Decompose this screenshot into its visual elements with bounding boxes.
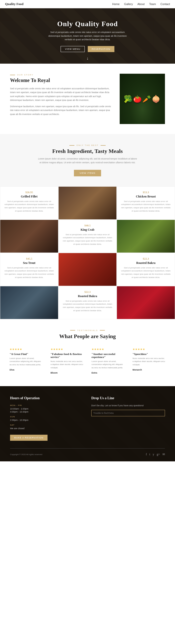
testimonial-4-stars: ★★★★★ [133,348,165,351]
food-name-kingcrab: King Crab [63,228,112,232]
nav-home[interactable]: Home [112,3,119,6]
testimonial-2-quote: "Fabulous food & flawless service" [51,352,83,358]
footer-hours-mon-fri: MON - FRI 10:00am - 1:00pm 4:00pm - 10:3… [10,404,84,413]
testimonial-1: ★★★★★ "A Great Find" Lorem ipsum dolor s… [8,346,45,376]
lobster-image [59,253,116,286]
food-desc-grilled: Sed ut perspiciatis unde omnis iste natu… [4,200,54,213]
testimonial-1-stars: ★★★★★ [10,348,42,351]
view-items-button[interactable]: VIEW ITEMS [74,170,101,176]
testimonial-4: ★★★★★ "Speechless" Nunc molestie arcu ne… [130,346,167,376]
hero-subtitle: Sed ut perspiciatis unde omnis iste natu… [47,30,128,41]
food-image-fish [0,286,58,319]
footer-social: f t y g+ ✉ [146,453,165,456]
footer-hours-title: Hours of Operation [10,396,84,400]
food-item-chicken: $53.3 Chicken Breast Sed ut perspiciatis… [117,186,175,220]
testimonial-2-author: Bloom [51,372,83,374]
scroll-down-icon: ↓ [86,56,89,61]
testimonials-grid: ★★★★★ "A Great Find" Lorem ipsum dolor s… [8,346,167,376]
view-menu-button[interactable]: VIEW MENU [61,46,84,52]
testimonial-4-text: Nunc molestie arcu nec arcu auctor, a da… [133,357,165,367]
footer: Hours of Operation MON - FRI 10:00am - 1… [0,386,175,461]
nav-about[interactable]: About [137,3,145,6]
about-image [120,74,165,124]
bread-image [59,187,116,219]
food-price-kingcrab: $40.5 [63,224,112,227]
testimonial-3-author: Extra [92,372,124,374]
food-name-chicken: Chicken Breast [121,195,171,198]
nav-gallery[interactable]: Gallery [124,3,133,6]
food-desc-seatrout: Sed ut perspiciatis unde omnis iste natu… [4,266,54,279]
fish-image [0,286,58,319]
about-title: Welcome To Royal [10,77,112,83]
footer-hours-time1: 10:00am - 1:00pm [10,408,84,410]
nav-links: Home Gallery About Team Contact [112,3,170,6]
testimonial-1-quote: "A Great Find" [10,352,42,355]
footer-hours-sat-time: We are closed [10,427,84,430]
footer-hours-label-sat: SAT [10,424,84,426]
footer-drop-desc: Don't be shy. Let us know if you have an… [91,404,165,407]
social-google[interactable]: g+ [157,453,160,456]
footer-columns: Hours of Operation MON - FRI 10:00am - 1… [10,396,165,441]
about-paragraph-2: Doloremque laudantium, totam rem aperiam… [10,105,112,116]
testimonial-3-text: Lorem ipsum dolor sit amet, consectetur … [92,360,124,370]
fresh-description: Lorem ipsum dolor sit amet, consectetur … [37,157,138,165]
food-price-chicken: $53.3 [121,191,171,194]
testimonial-2-stars: ★★★★★ [51,348,83,351]
food-name-grilled: Grilled Fillet [4,195,54,198]
about-text: OUR STORY Welcome To Royal Sed ut perspi… [10,74,112,119]
testimonials-label: TESTIMONIALS [8,329,167,332]
testimonials-title: What People are Saying [8,333,167,340]
food-item-roasted1: $22.3 Roasted Bakra Sed ut perspiciatis … [117,253,175,286]
food-item-seatrout: $45.5 Sea Trout Sed ut perspiciatis unde… [0,253,58,286]
footer-drop-title: Drop Us a Line [91,396,165,400]
nav-logo: Quality Food [5,2,23,6]
food-image-lobster [58,253,117,286]
about-image-box [120,74,165,124]
about-label: OUR STORY [10,74,112,76]
nav-contact[interactable]: Contact [160,3,170,6]
footer-contact-col: Drop Us a Line Don't be shy. Let us know… [91,396,165,441]
salad-image [117,220,175,253]
pomegranate-image [117,286,175,319]
footer-hours-sun: SUN 2:00pm - 10:30pm [10,416,84,421]
nav-team[interactable]: Team [149,3,156,6]
veggie-basket-image [120,74,165,124]
food-name-roasted2: Roasted Bakra [63,294,112,298]
testimonial-3-quote: "Another successful experience" [92,352,124,358]
footer-reserve-button[interactable]: MAKE A RESERVATION [10,435,48,441]
food-desc-roasted1: Sed ut perspiciatis unde omnis iste natu… [121,266,171,279]
footer-email-input[interactable] [91,410,165,416]
fresh-label: ONLY THE BEST [10,144,165,146]
about-paragraph-1: Sed ut perspiciatis unde omnis iste natu… [10,87,112,102]
social-email[interactable]: ✉ [162,453,165,456]
food-name-seatrout: Sea Trout [4,261,54,265]
footer-hours-sat: SAT We are closed [10,424,84,430]
footer-hours-label-sun: SUN [10,416,84,418]
hero-title: Only Quality Food [57,20,118,28]
food-desc-chicken: Sed ut perspiciatis unde omnis iste natu… [121,200,171,213]
testimonials-section: TESTIMONIALS What People are Saying ★★★★… [0,319,175,386]
footer-hours-time2: 4:00pm - 10:30pm [10,411,84,413]
navbar: Quality Food Home Gallery About Team Con… [0,0,175,8]
footer-hours-col: Hours of Operation MON - FRI 10:00am - 1… [10,396,84,441]
food-name-roasted1: Roasted Bakra [121,261,171,265]
testimonial-2-text: Nunc molestie arcu nec arcu auctor, a da… [51,360,83,370]
about-section: OUR STORY Welcome To Royal Sed ut perspi… [0,64,175,134]
food-price-seatrout: $45.5 [4,257,54,260]
social-youtube[interactable]: y [153,453,154,456]
food-image-pomegranate [117,286,175,319]
testimonial-3: ★★★★★ "Another successful experience" Lo… [90,346,126,376]
hero-buttons: VIEW MENU RESERVATION [61,46,114,52]
reservation-button[interactable]: RESERVATION [88,46,114,52]
testimonial-4-quote: "Speechless" [133,352,165,355]
hero-section: Only Quality Food Sed ut perspiciatis un… [0,8,175,64]
food-desc-roasted2: Sed ut perspiciatis unde omnis iste natu… [63,300,112,312]
food-price-roasted1: $22.3 [121,257,171,260]
food-item-grilled: $26.95 Grilled Fillet Sed ut perspiciati… [0,186,58,220]
footer-copyright: Copyright © 2020 All rights reserved [10,453,42,456]
social-twitter[interactable]: t [149,453,150,456]
food-price-roasted2: $22.3 [63,290,112,293]
social-facebook[interactable]: f [146,453,147,456]
food-desc-kingcrab: Sed ut perspiciatis unde omnis iste natu… [63,233,112,246]
testimonial-1-text: Lorem ipsum dolor sit amet, consectetur … [10,357,42,367]
